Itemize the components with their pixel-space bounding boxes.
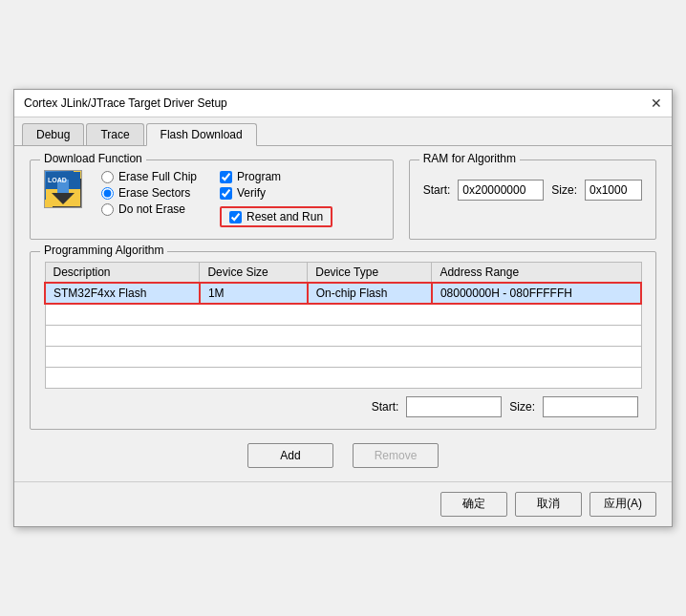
df-inner: LOAD Erase Full Chip Erase Sectors <box>44 170 379 227</box>
program-label: Program <box>237 170 281 183</box>
tab-flash-download[interactable]: Flash Download <box>146 123 257 146</box>
programming-algorithm-group: Programming Algorithm Description Device… <box>30 251 656 430</box>
erase-sectors-radio[interactable] <box>101 187 114 200</box>
download-function-label: Download Function <box>40 152 146 165</box>
algo-size-input[interactable] <box>543 396 638 417</box>
erase-sectors-row: Erase Sectors <box>101 186 197 200</box>
col-description: Description <box>45 263 200 284</box>
cell-address-range: 08000000H - 080FFFFFH <box>432 283 641 304</box>
empty-row-2 <box>45 325 641 346</box>
algo-start-input[interactable] <box>406 396 502 417</box>
main-window: Cortex JLink/JTrace Target Driver Setup … <box>13 89 673 527</box>
load-icon: LOAD <box>44 170 82 208</box>
tab-bar: Debug Trace Flash Download <box>14 117 672 146</box>
cell-description: STM32F4xx Flash <box>45 283 200 304</box>
cell-device-size: 1M <box>200 283 308 304</box>
col-device-type: Device Type <box>308 263 432 284</box>
algorithm-table: Description Device Size Device Type Addr… <box>44 262 642 389</box>
reset-run-label: Reset and Run <box>247 210 323 223</box>
ram-start-label: Start: <box>423 183 451 197</box>
erase-full-chip-radio[interactable] <box>101 171 114 183</box>
add-button[interactable]: Add <box>247 443 333 468</box>
col-device-size: Device Size <box>200 263 308 284</box>
algo-start-label: Start: <box>372 400 399 414</box>
ram-for-algorithm-group: RAM for Algorithm Start: Size: <box>409 159 656 240</box>
algo-start-size-row: Start: Size: <box>44 396 642 417</box>
footer: 确定 取消 应用(A) <box>14 481 672 526</box>
verify-row: Verify <box>220 186 332 200</box>
close-button[interactable]: ✕ <box>651 96 662 111</box>
erase-full-chip-label: Erase Full Chip <box>118 170 197 183</box>
tab-trace[interactable]: Trace <box>86 123 143 145</box>
title-bar: Cortex JLink/JTrace Target Driver Setup … <box>14 90 672 117</box>
check-col: Program Verify Reset and Run <box>220 170 332 227</box>
cancel-button[interactable]: 取消 <box>515 492 582 517</box>
apply-button[interactable]: 应用(A) <box>590 492 656 517</box>
empty-row-4 <box>45 367 641 388</box>
empty-row-1 <box>45 304 641 325</box>
table-row[interactable]: STM32F4xx Flash 1M On-chip Flash 0800000… <box>45 283 641 304</box>
ram-size-label: Size: <box>551 183 577 197</box>
radio-col: Erase Full Chip Erase Sectors Do not Era… <box>101 170 197 216</box>
do-not-erase-row: Do not Erase <box>101 202 197 216</box>
reset-run-checkbox[interactable] <box>229 211 242 223</box>
ram-label: RAM for Algorithm <box>419 152 520 165</box>
svg-text:LOAD: LOAD <box>48 177 67 183</box>
reset-run-box: Reset and Run <box>220 206 332 227</box>
col-address-range: Address Range <box>432 263 641 284</box>
verify-checkbox[interactable] <box>220 187 232 200</box>
window-title: Cortex JLink/JTrace Target Driver Setup <box>24 96 227 110</box>
erase-full-chip-row: Erase Full Chip <box>101 170 197 183</box>
remove-button[interactable]: Remove <box>353 443 439 468</box>
ram-row: Start: Size: <box>423 180 642 201</box>
programming-algorithm-label: Programming Algorithm <box>40 244 167 257</box>
do-not-erase-radio[interactable] <box>101 203 114 216</box>
download-function-group: Download Function LOAD <box>30 159 394 240</box>
empty-row-3 <box>45 346 641 367</box>
ram-start-input[interactable] <box>458 180 544 201</box>
erase-sectors-label: Erase Sectors <box>118 186 190 200</box>
tab-debug[interactable]: Debug <box>22 123 84 145</box>
algo-size-label: Size: <box>509 400 535 414</box>
cell-device-type: On-chip Flash <box>308 283 432 304</box>
program-row: Program <box>220 170 332 183</box>
algo-button-row: Add Remove <box>30 443 656 468</box>
table-header-row: Description Device Size Device Type Addr… <box>45 263 641 284</box>
ok-button[interactable]: 确定 <box>440 492 507 517</box>
top-section: Download Function LOAD <box>30 159 656 251</box>
program-checkbox[interactable] <box>220 171 232 183</box>
ram-size-input[interactable] <box>585 180 642 201</box>
do-not-erase-label: Do not Erase <box>118 202 185 216</box>
verify-label: Verify <box>237 186 266 200</box>
main-content: Download Function LOAD <box>14 146 672 481</box>
